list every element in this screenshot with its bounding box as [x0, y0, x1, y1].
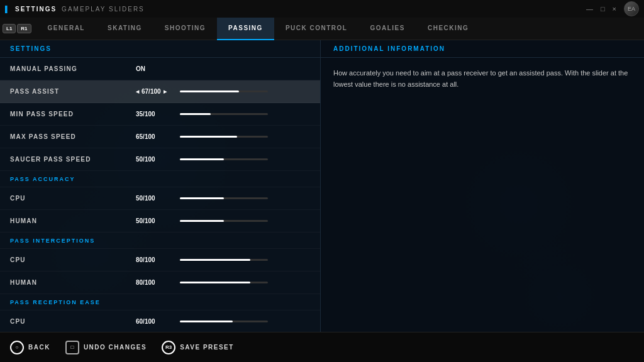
arrow-left-icon[interactable]: ◂	[136, 88, 139, 95]
undo-icon: □	[65, 341, 79, 354]
titlebar: ▌ SETTINGS GAMEPLAY SLIDERS — □ × EA	[0, 0, 644, 18]
row-max-pass-speed[interactable]: MAX PASS SPEED 65/100	[0, 126, 320, 148]
row-manual-passing[interactable]: MANUAL PASSING ON	[0, 58, 320, 80]
row-min-pass-speed[interactable]: MIN PASS SPEED 35/100	[0, 103, 320, 126]
label-max-pass-speed: MAX PASS SPEED	[10, 133, 136, 140]
slider-track	[180, 113, 268, 115]
category-pass-interceptions: PASS INTERCEPTIONS	[0, 233, 320, 249]
slider-track	[180, 220, 268, 222]
slider-track	[180, 158, 268, 160]
main-content: SETTINGS MANUAL PASSING ON PASS ASSIST ◂…	[0, 40, 644, 332]
category-pass-accuracy: PASS ACCURACY	[0, 171, 320, 187]
tab-checking[interactable]: CHECKING	[416, 18, 480, 40]
value-pa-cpu: 50/100	[136, 195, 180, 202]
label-pass-interceptions: PASS INTERCEPTIONS	[10, 238, 136, 244]
tab-skating[interactable]: SKATING	[96, 18, 153, 40]
slider-track	[180, 282, 268, 283]
rb-button[interactable]: R1	[17, 24, 31, 33]
slider-pi-human[interactable]	[180, 282, 310, 283]
slider-min-pass-speed[interactable]	[180, 113, 310, 115]
value-pa-human: 50/100	[136, 217, 180, 224]
value-pi-human: 80/100	[136, 279, 180, 286]
slider-fill	[180, 158, 224, 160]
tab-shooting[interactable]: SHOOTING	[153, 18, 217, 40]
tab-general[interactable]: GENERAL	[36, 18, 96, 40]
tab-puck-control[interactable]: PUCK CONTROL	[274, 18, 359, 40]
avatar: EA	[624, 1, 639, 16]
label-pre-cpu: CPU	[10, 318, 136, 325]
row-pi-human[interactable]: HUMAN 80/100	[0, 272, 320, 294]
row-pa-cpu[interactable]: CPU 50/100	[0, 187, 320, 210]
slider-pa-human[interactable]	[180, 220, 310, 222]
minimize-button[interactable]: —	[586, 5, 593, 13]
label-pa-cpu: CPU	[10, 195, 136, 202]
row-pa-human[interactable]: HUMAN 50/100	[0, 210, 320, 233]
save-preset-label: SAVE PRESET	[180, 344, 234, 351]
value-saucer-pass-speed: 50/100	[136, 156, 180, 163]
label-saucer-pass-speed: SAUCER PASS SPEED	[10, 156, 136, 163]
slider-fill	[180, 136, 237, 138]
back-button[interactable]: ○ BACK	[10, 341, 50, 354]
title-sub: GAMEPLAY SLIDERS	[62, 6, 145, 13]
slider-fill	[180, 113, 211, 115]
bottom-bar: ○ BACK □ UNDO CHANGES R3 SAVE PRESET	[0, 332, 644, 362]
slider-pre-cpu[interactable]	[180, 321, 310, 322]
slider-track	[180, 136, 268, 138]
slider-track	[180, 259, 268, 261]
slider-fill	[180, 282, 250, 283]
slider-pi-cpu[interactable]	[180, 259, 310, 261]
label-manual-passing: MANUAL PASSING	[10, 65, 136, 72]
tab-bar: L1 R1 GENERAL SKATING SHOOTING PASSING P…	[0, 18, 644, 40]
label-pass-accuracy: PASS ACCURACY	[10, 176, 136, 182]
titlebar-controls: — □ × EA	[586, 1, 639, 16]
tab-goalies[interactable]: GOALIES	[358, 18, 416, 40]
slider-fill	[180, 321, 233, 322]
label-min-pass-speed: MIN PASS SPEED	[10, 111, 136, 118]
save-preset-button[interactable]: R3 SAVE PRESET	[162, 341, 234, 354]
slider-fill	[180, 259, 250, 261]
row-pi-cpu[interactable]: CPU 80/100	[0, 249, 320, 272]
value-manual-passing: ON	[136, 65, 180, 72]
titlebar-left: ▌ SETTINGS GAMEPLAY SLIDERS	[5, 6, 145, 13]
category-pass-reception-ease: PASS RECEPTION EASE	[0, 294, 320, 310]
value-pass-assist: ◂ 67/100 ▸	[136, 88, 180, 95]
maximize-button[interactable]: □	[601, 5, 605, 13]
back-label: BACK	[28, 344, 50, 351]
back-icon: ○	[10, 341, 24, 354]
left-panel: SETTINGS MANUAL PASSING ON PASS ASSIST ◂…	[0, 40, 321, 332]
label-pass-reception-ease: PASS RECEPTION EASE	[10, 299, 136, 305]
value-min-pass-speed: 35/100	[136, 111, 180, 118]
additional-info-header: ADDITIONAL INFORMATION	[321, 40, 644, 58]
label-pi-cpu: CPU	[10, 256, 136, 263]
arrow-right-icon[interactable]: ▸	[164, 88, 167, 95]
slider-track	[180, 197, 268, 199]
row-pre-cpu[interactable]: CPU 60/100	[0, 310, 320, 332]
label-pass-assist: PASS ASSIST	[10, 88, 136, 95]
slider-track	[180, 90, 268, 92]
slider-pa-cpu[interactable]	[180, 197, 310, 199]
right-panel: ADDITIONAL INFORMATION How accurately yo…	[321, 40, 644, 332]
slider-fill	[180, 197, 224, 199]
title-settings: SETTINGS	[15, 6, 57, 13]
value-pi-cpu: 80/100	[136, 256, 180, 263]
value-max-pass-speed: 65/100	[136, 133, 180, 140]
settings-header: SETTINGS	[0, 40, 320, 58]
save-preset-icon: R3	[162, 341, 175, 354]
lb-button[interactable]: L1	[3, 24, 16, 33]
close-button[interactable]: ×	[613, 5, 616, 13]
value-pre-cpu: 60/100	[136, 318, 180, 325]
slider-max-pass-speed[interactable]	[180, 136, 310, 138]
label-pi-human: HUMAN	[10, 279, 136, 286]
undo-changes-button[interactable]: □ UNDO CHANGES	[65, 341, 147, 354]
slider-fill	[180, 90, 239, 92]
row-saucer-pass-speed[interactable]: SAUCER PASS SPEED 50/100	[0, 148, 320, 171]
row-pass-assist[interactable]: PASS ASSIST ◂ 67/100 ▸	[0, 80, 320, 103]
title-bracket: ▌	[5, 6, 10, 13]
label-pa-human: HUMAN	[10, 217, 136, 224]
tab-passing[interactable]: PASSING	[217, 18, 274, 40]
lb-rb-buttons: L1 R1	[3, 24, 31, 33]
additional-info-text: How accurately you need to aim at a pass…	[321, 58, 644, 100]
slider-track	[180, 321, 268, 322]
slider-pass-assist[interactable]	[180, 90, 310, 92]
slider-saucer-pass-speed[interactable]	[180, 158, 310, 160]
